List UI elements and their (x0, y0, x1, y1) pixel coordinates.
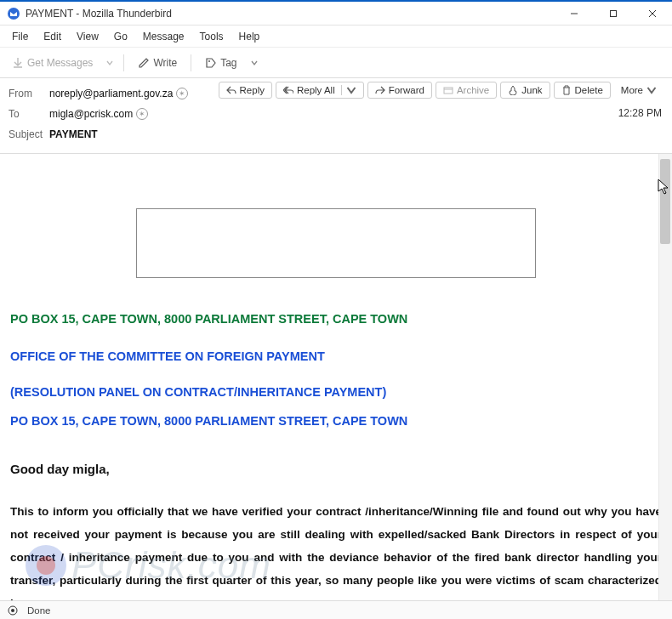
status-text: Done (27, 605, 51, 616)
reply-all-chevron[interactable] (341, 85, 356, 95)
download-icon (12, 57, 24, 69)
menu-file[interactable]: File (5, 28, 35, 45)
toolbar-separator (191, 54, 191, 71)
email-line-office: OFFICE OF THE COMMITTEE ON FOREIGN PAYME… (10, 349, 662, 363)
menu-edit[interactable]: Edit (37, 28, 68, 45)
chevron-down-icon (646, 85, 657, 95)
pencil-icon (138, 57, 150, 69)
subject-label: Subject (9, 128, 49, 140)
svg-point-0 (8, 8, 20, 20)
junk-button[interactable]: Junk (500, 82, 550, 99)
email-body-paragraph: This to inform you officially that we ha… (10, 500, 662, 615)
message-body[interactable]: PO BOX 15, CAPE TOWN, 8000 PARLIAMENT ST… (0, 154, 672, 619)
email-line-address-green: PO BOX 15, CAPE TOWN, 8000 PARLIAMENT ST… (10, 312, 662, 326)
from-label: From (9, 88, 49, 99)
window-close-button[interactable] (633, 2, 672, 26)
window-titlebar: PAYMENT - Mozilla Thunderbird (0, 0, 672, 26)
svg-point-9 (11, 609, 14, 612)
menu-bar: File Edit View Go Message Tools Help (0, 26, 672, 48)
svg-rect-2 (611, 10, 617, 16)
thunderbird-icon (7, 7, 20, 20)
menu-go[interactable]: Go (107, 28, 134, 45)
reply-button[interactable]: Reply (219, 82, 272, 99)
reply-icon (226, 85, 236, 95)
message-headers: Reply Reply All Forward Archive Junk Del… (0, 78, 672, 154)
contact-icon[interactable]: ✶ (136, 108, 148, 120)
message-timestamp: 12:28 PM (618, 107, 662, 119)
embedded-image-placeholder (136, 208, 536, 278)
contact-icon[interactable]: ✶ (176, 88, 188, 99)
forward-button[interactable]: Forward (367, 82, 432, 99)
delete-button[interactable]: Delete (554, 82, 611, 99)
menu-message[interactable]: Message (136, 28, 191, 45)
flame-icon (508, 85, 518, 95)
reply-all-button[interactable]: Reply All (276, 82, 364, 99)
more-button[interactable]: More (614, 82, 663, 98)
window-title: PAYMENT - Mozilla Thunderbird (26, 8, 555, 20)
tag-button[interactable]: Tag (198, 54, 243, 72)
toolbar-separator (123, 54, 124, 71)
email-line-resolution: (RESOLUTION PANEL ON CONTRACT/INHERITANC… (10, 385, 662, 399)
archive-button[interactable]: Archive (436, 82, 497, 99)
email-line-address-blue: PO BOX 15, CAPE TOWN, 8000 PARLIAMENT ST… (10, 414, 662, 428)
write-button[interactable]: Write (131, 54, 184, 72)
main-toolbar: Get Messages Write Tag (0, 48, 672, 78)
reply-all-icon (283, 85, 293, 95)
from-value[interactable]: noreply@parliament.gov.za ✶ (49, 88, 188, 99)
get-messages-button[interactable]: Get Messages (5, 54, 100, 72)
archive-icon (443, 85, 453, 95)
forward-icon (375, 85, 385, 95)
get-messages-chevron[interactable] (103, 60, 117, 66)
email-greeting: Good day migla, (10, 462, 662, 476)
tag-icon (205, 57, 217, 69)
svg-point-5 (208, 60, 210, 62)
window-maximize-button[interactable] (594, 2, 633, 26)
vertical-scrollbar[interactable] (658, 154, 672, 619)
to-value[interactable]: migla@pcrisk.com ✶ (49, 108, 148, 120)
status-bar: Done (0, 600, 672, 619)
menu-help[interactable]: Help (232, 28, 267, 45)
scrollbar-thumb[interactable] (660, 159, 670, 244)
message-action-bar: Reply Reply All Forward Archive Junk Del… (219, 82, 663, 99)
tag-chevron[interactable] (248, 60, 261, 66)
subject-value: PAYMENT (49, 128, 98, 140)
menu-view[interactable]: View (70, 28, 105, 45)
to-label: To (9, 108, 49, 120)
window-minimize-button[interactable] (555, 2, 594, 26)
svg-rect-6 (444, 88, 453, 94)
status-online-icon (7, 605, 19, 616)
trash-icon (561, 85, 572, 95)
menu-tools[interactable]: Tools (193, 28, 231, 45)
